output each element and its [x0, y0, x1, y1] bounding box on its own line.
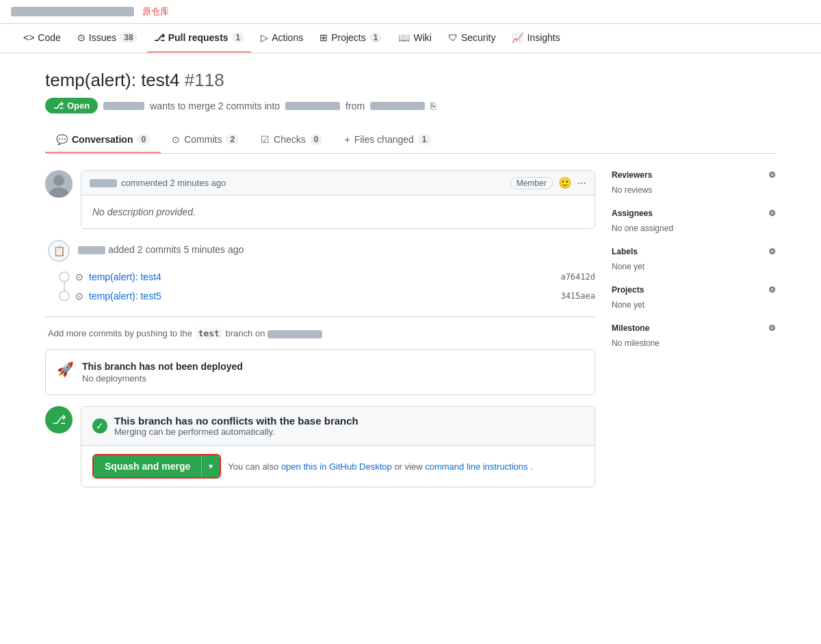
comment-content: commented 2 minutes ago Member 🙂 ··· No …: [81, 170, 595, 229]
tab-conversation[interactable]: 💬 Conversation 0: [45, 127, 161, 153]
comment-box: commented 2 minutes ago Member 🙂 ··· No …: [45, 170, 595, 229]
table-row: ⊙ temp(alert): test5 3415aea: [59, 286, 595, 306]
pull-requests-count: 1: [232, 32, 245, 43]
git-merge-icon: ⎇: [53, 100, 64, 111]
deployment-title: This branch has not been deployed: [82, 361, 243, 372]
merge-dropdown-button[interactable]: ▾: [201, 455, 220, 477]
sidebar-assignees-value: No one assigned: [612, 224, 776, 233]
sidebar-labels-label: Labels ⚙: [612, 247, 776, 256]
squash-merge-button[interactable]: Squash and merge: [94, 455, 201, 477]
tab-files-changed[interactable]: + Files changed 1: [333, 127, 441, 153]
sidebar-assignees-label: Assignees ⚙: [612, 209, 776, 218]
sidebar-milestone-label: Milestone ⚙: [612, 323, 776, 333]
deployment-subtitle: No deployments: [82, 373, 243, 384]
pr-meta: ⎇ Open wants to merge 2 commits into fro…: [45, 98, 776, 113]
sidebar-projects-label: Projects ⚙: [612, 285, 776, 295]
merge-status-header: ✓ This branch has no conflicts with the …: [81, 407, 595, 446]
commit-link-1[interactable]: temp(alert): test4: [89, 271, 555, 282]
insights-icon: 📈: [512, 32, 523, 43]
sidebar-assignees: Assignees ⚙ No one assigned: [612, 209, 776, 233]
tab-commits[interactable]: ⊙ Commits 2: [161, 127, 250, 153]
pr-number: #118: [185, 70, 224, 90]
nav-code[interactable]: <> Code: [16, 24, 68, 53]
conversation-count: 0: [137, 134, 150, 145]
repo-name-blur: [11, 7, 134, 16]
security-icon: 🛡: [448, 32, 458, 43]
sidebar-reviewers: Reviewers ⚙ No reviews: [612, 170, 776, 195]
issues-icon: ⊙: [77, 32, 86, 43]
commits-count: 2: [226, 134, 239, 145]
sidebar-projects-value: None yet: [612, 300, 776, 310]
merge-button-group: Squash and merge ▾: [92, 454, 221, 479]
assignees-settings-icon[interactable]: ⚙: [768, 209, 776, 218]
settings-icon[interactable]: ⚙: [768, 170, 776, 180]
pr-main: commented 2 minutes ago Member 🙂 ··· No …: [45, 170, 595, 498]
nav-actions[interactable]: ▷ Actions: [254, 24, 310, 53]
nav-pull-requests[interactable]: ⎇ Pull requests 1: [147, 24, 252, 53]
labels-settings-icon[interactable]: ⚙: [768, 247, 776, 256]
pr-tabs: 💬 Conversation 0 ⊙ Commits 2 ☑ Checks 0 …: [45, 127, 776, 154]
nav-projects[interactable]: ⊞ Projects 1: [313, 24, 389, 53]
commenter-name-blur: [90, 179, 117, 187]
merge-section: ⎇ ✓ This branch has no conflicts with th…: [45, 406, 595, 487]
merge-status-subtitle: Merging can be performed automatically.: [114, 427, 359, 437]
pr-source-branch-blur: [370, 102, 425, 110]
pull-requests-icon: ⎇: [154, 32, 165, 43]
timeline-commit-text: added 2 commits 5 minutes ago: [78, 240, 244, 255]
pr-body: commented 2 minutes ago Member 🙂 ··· No …: [45, 154, 776, 498]
merge-status-text: This branch has no conflicts with the ba…: [114, 415, 359, 437]
sidebar-labels-value: None yet: [612, 262, 776, 271]
repo-name-blur-2: [268, 330, 322, 338]
avatar: [45, 170, 73, 198]
issues-count: 38: [120, 32, 137, 43]
files-changed-icon: +: [344, 134, 350, 145]
commit-link-2[interactable]: temp(alert): test5: [89, 291, 555, 301]
add-commits-text: Add more commits by pushing to the test …: [45, 328, 595, 338]
merge-status-box: ✓ This branch has no conflicts with the …: [81, 406, 595, 487]
committer-name-blur: [78, 246, 105, 254]
github-desktop-link[interactable]: open this in GitHub Desktop: [281, 461, 392, 472]
commit-icon-2: ⊙: [75, 291, 83, 301]
nav-issues[interactable]: ⊙ Issues 38: [70, 24, 144, 53]
emoji-button[interactable]: 🙂: [558, 176, 572, 189]
checks-count: 0: [310, 134, 323, 145]
rocket-icon: 🚀: [57, 361, 74, 377]
sidebar-projects: Projects ⚙ None yet: [612, 285, 776, 310]
branch-name: test: [195, 327, 223, 339]
comment-body: No description provided.: [81, 196, 595, 228]
projects-count: 1: [369, 32, 382, 43]
tab-checks[interactable]: ☑ Checks 0: [250, 127, 333, 153]
commit-dot-2: [59, 291, 70, 301]
actions-icon: ▷: [261, 32, 268, 43]
pr-target-branch-blur: [285, 102, 340, 110]
nav-insights[interactable]: 📈 Insights: [505, 24, 566, 53]
commit-hash-1: a76412d: [560, 272, 595, 282]
milestone-settings-icon[interactable]: ⚙: [768, 323, 776, 333]
comment-header-left: commented 2 minutes ago: [90, 178, 226, 188]
cli-instructions-link[interactable]: command line instructions: [425, 461, 527, 472]
more-options-button[interactable]: ···: [577, 177, 586, 189]
pr-sidebar: Reviewers ⚙ No reviews Assignees ⚙ No on…: [612, 170, 776, 498]
deployment-info: This branch has not been deployed No dep…: [82, 361, 243, 384]
commit-dot-1: [59, 271, 70, 282]
commit-hash-2: 3415aea: [560, 291, 595, 301]
conversation-icon: 💬: [56, 134, 68, 145]
projects-settings-icon[interactable]: ⚙: [768, 285, 776, 295]
projects-icon: ⊞: [320, 32, 328, 43]
code-icon: <>: [23, 32, 34, 43]
svg-point-1: [53, 175, 64, 186]
pr-title: temp(alert): test4 #118: [45, 70, 776, 91]
sidebar-milestone: Milestone ⚙ No milestone: [612, 323, 776, 348]
commits-tab-icon: ⊙: [172, 134, 180, 145]
commit-icon-1: ⊙: [75, 271, 83, 282]
nav-wiki[interactable]: 📖 Wiki: [391, 24, 438, 53]
repository-nav: <> Code ⊙ Issues 38 ⎇ Pull requests 1 ▷ …: [0, 24, 821, 53]
nav-security[interactable]: 🛡 Security: [441, 24, 503, 53]
sidebar-reviewers-label: Reviewers ⚙: [612, 170, 776, 180]
top-bar: 原仓库: [0, 0, 821, 24]
commits-list: ⊙ temp(alert): test4 a76412d ⊙ temp(aler…: [59, 267, 595, 306]
divider-1: [45, 317, 595, 317]
repo-source: 原仓库: [142, 5, 169, 18]
merge-action: Squash and merge ▾ You can also open thi…: [81, 446, 595, 487]
copy-button[interactable]: ⎘: [430, 100, 436, 111]
